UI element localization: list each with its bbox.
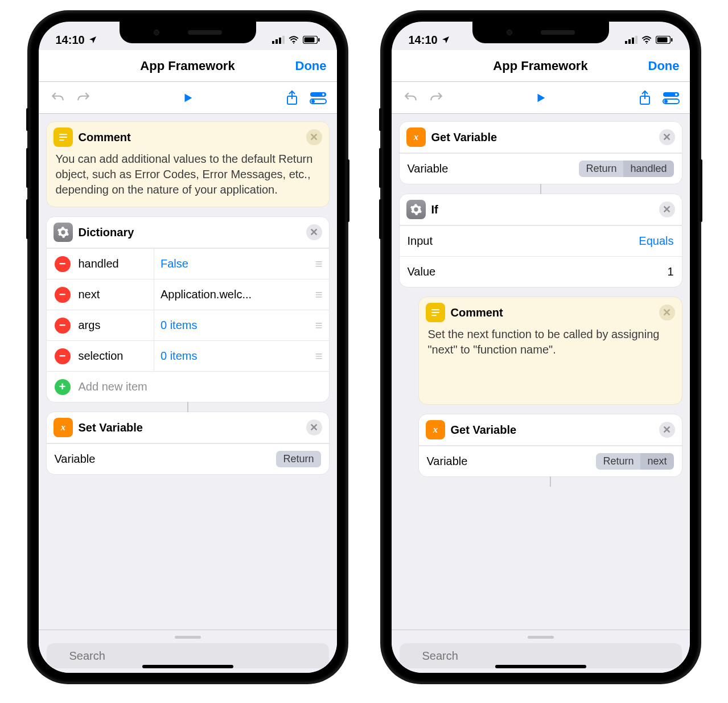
remove-row-button[interactable]: − <box>55 318 71 334</box>
if-value-row[interactable]: Value 1 <box>400 256 682 287</box>
variable-token[interactable]: Return <box>596 453 640 470</box>
home-indicator[interactable] <box>142 665 233 668</box>
svg-rect-26 <box>671 38 673 42</box>
variable-label: Variable <box>408 162 449 175</box>
settings-toggle-button[interactable] <box>660 87 682 109</box>
variable-token[interactable]: Return <box>579 161 623 177</box>
remove-row-button[interactable]: − <box>55 256 71 272</box>
play-button[interactable] <box>177 87 199 109</box>
if-value[interactable]: 1 <box>667 265 673 278</box>
reorder-handle-icon[interactable]: ≡ <box>315 318 321 333</box>
location-icon <box>88 35 97 44</box>
svg-point-29 <box>674 93 678 96</box>
svg-point-4 <box>293 43 294 44</box>
cellular-icon <box>272 36 285 44</box>
svg-rect-21 <box>632 38 634 44</box>
svg-rect-19 <box>625 41 627 44</box>
done-button[interactable]: Done <box>648 59 680 73</box>
delete-action-button[interactable]: ✕ <box>306 420 322 435</box>
set-variable-action[interactable]: x Set Variable ✕ Variable Return <box>47 412 329 474</box>
add-row[interactable]: + Add new item <box>47 371 329 402</box>
wifi-icon <box>641 36 652 44</box>
svg-point-10 <box>322 93 325 96</box>
dict-value[interactable]: 0 items <box>161 350 310 363</box>
reorder-handle-icon[interactable]: ≡ <box>315 257 321 272</box>
share-button[interactable] <box>634 87 656 109</box>
reorder-handle-icon[interactable]: ≡ <box>315 287 321 302</box>
get-variable-title: Get Variable <box>451 424 653 437</box>
redo-button[interactable] <box>426 87 447 109</box>
dict-row[interactable]: − selection 0 items ≡ <box>47 340 329 371</box>
settings-toggle-button[interactable] <box>307 87 329 109</box>
nav-title: App Framework <box>493 59 587 73</box>
dict-value[interactable]: Application.welc... <box>161 288 310 301</box>
drag-handle-icon[interactable] <box>528 636 554 639</box>
svg-text:x: x <box>60 422 65 433</box>
if-value-label: Value <box>408 265 436 278</box>
dict-row[interactable]: − args 0 items ≡ <box>47 310 329 340</box>
delete-action-button[interactable]: ✕ <box>306 129 322 145</box>
delete-action-button[interactable]: ✕ <box>659 202 675 217</box>
svg-rect-6 <box>304 38 314 43</box>
variable-row[interactable]: Variable Returnnext <box>419 446 682 476</box>
add-row-label: Add new item <box>79 380 147 393</box>
if-action[interactable]: If ✕ Input Equals Value 1 <box>400 194 682 287</box>
variable-icon: x <box>406 128 426 147</box>
play-button[interactable] <box>530 87 552 109</box>
get-variable-action[interactable]: x Get Variable ✕ Variable Returnhandled <box>400 122 682 184</box>
dict-key[interactable]: selection <box>79 350 147 363</box>
nav-bar: App Framework Done <box>39 50 337 82</box>
variable-token-path[interactable]: handled <box>623 161 673 177</box>
wifi-icon <box>288 36 299 44</box>
undo-button[interactable] <box>47 87 68 109</box>
if-condition-value[interactable]: Equals <box>639 235 673 248</box>
if-input-label: Input <box>408 235 433 248</box>
home-indicator[interactable] <box>495 665 586 668</box>
dict-value[interactable]: False <box>161 257 310 270</box>
drag-handle-icon[interactable] <box>175 636 201 639</box>
svg-rect-22 <box>635 36 637 44</box>
dict-row[interactable]: − next Application.welc... ≡ <box>47 279 329 310</box>
delete-action-button[interactable]: ✕ <box>659 129 675 145</box>
gear-icon <box>406 200 426 219</box>
undo-button[interactable] <box>400 87 421 109</box>
dict-row[interactable]: − handled False ≡ <box>47 248 329 279</box>
toolbar <box>39 82 337 114</box>
get-variable-action[interactable]: x Get Variable ✕ Variable Returnnext <box>419 414 682 476</box>
add-row-button[interactable]: + <box>55 379 71 395</box>
remove-row-button[interactable]: − <box>55 348 71 364</box>
delete-action-button[interactable]: ✕ <box>306 224 322 240</box>
redo-button[interactable] <box>73 87 94 109</box>
variable-token[interactable]: Return <box>276 451 320 467</box>
done-button[interactable]: Done <box>295 59 327 73</box>
status-time: 14:10 <box>56 34 85 47</box>
dict-key[interactable]: next <box>79 288 147 301</box>
dictionary-title: Dictionary <box>79 226 301 239</box>
delete-action-button[interactable]: ✕ <box>659 305 675 320</box>
dict-key[interactable]: handled <box>79 257 147 270</box>
dictionary-action[interactable]: Dictionary ✕ − handled False ≡ − next Ap… <box>47 217 329 402</box>
delete-action-button[interactable]: ✕ <box>659 422 675 438</box>
reorder-handle-icon[interactable]: ≡ <box>315 349 321 364</box>
variable-icon: x <box>54 418 73 437</box>
comment-title: Comment <box>451 306 653 319</box>
comment-action[interactable]: Comment ✕ You can add additional values … <box>47 122 329 207</box>
phone-right: 14:10 App Framework Done <box>381 11 700 683</box>
variable-row[interactable]: Variable Return <box>47 443 329 474</box>
svg-rect-25 <box>657 38 667 43</box>
remove-row-button[interactable]: − <box>55 287 71 303</box>
if-input-row[interactable]: Input Equals <box>400 225 682 256</box>
dict-key[interactable]: args <box>79 319 147 332</box>
variable-token-path[interactable]: next <box>640 453 673 470</box>
variable-label: Variable <box>55 453 96 466</box>
share-button[interactable] <box>281 87 303 109</box>
comment-body[interactable]: You can add additional values to the def… <box>47 149 329 207</box>
dict-value[interactable]: 0 items <box>161 319 310 332</box>
svg-rect-0 <box>272 41 274 44</box>
variable-row[interactable]: Variable Returnhandled <box>400 153 682 184</box>
battery-icon <box>656 36 673 44</box>
comment-body[interactable]: Set the next function to be called by as… <box>419 324 682 404</box>
comment-action[interactable]: Comment ✕ Set the next function to be ca… <box>419 297 682 404</box>
svg-point-12 <box>311 100 315 103</box>
svg-text:x: x <box>432 424 437 435</box>
